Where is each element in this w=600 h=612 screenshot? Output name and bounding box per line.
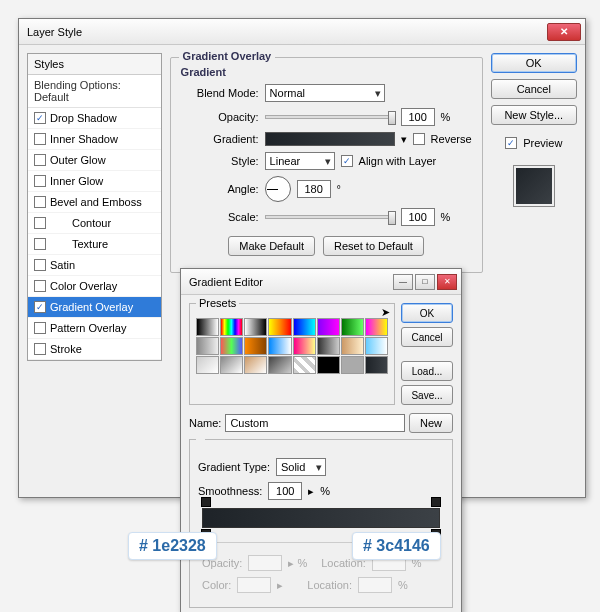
ge-load-button[interactable]: Load... [401, 361, 453, 381]
style-row-drop-shadow[interactable]: Drop Shadow [28, 108, 161, 129]
style-checkbox[interactable] [34, 322, 46, 334]
gradient-picker[interactable] [265, 132, 395, 146]
preset-swatch[interactable] [317, 318, 340, 336]
style-row-inner-glow[interactable]: Inner Glow [28, 171, 161, 192]
align-label: Align with Layer [359, 155, 437, 167]
style-row-inner-shadow[interactable]: Inner Shadow [28, 129, 161, 150]
reverse-checkbox[interactable] [413, 133, 425, 145]
preset-swatch[interactable] [341, 356, 364, 374]
preset-swatch[interactable] [293, 356, 316, 374]
style-checkbox[interactable] [34, 343, 46, 355]
gradient-bar[interactable] [202, 508, 440, 528]
preset-swatch[interactable] [268, 356, 291, 374]
style-checkbox[interactable] [34, 196, 46, 208]
preset-swatch[interactable] [365, 356, 388, 374]
preview-checkbox[interactable] [505, 137, 517, 149]
preset-swatch[interactable] [220, 356, 243, 374]
presets-menu-icon[interactable]: ➤ [381, 306, 390, 319]
style-row-satin[interactable]: Satin [28, 255, 161, 276]
preset-swatch[interactable] [196, 337, 219, 355]
preset-swatch[interactable] [220, 337, 243, 355]
opacity-stop-left[interactable] [201, 497, 211, 507]
style-label: Inner Shadow [50, 133, 118, 145]
style-row-contour[interactable]: Contour [28, 213, 161, 234]
reset-default-button[interactable]: Reset to Default [323, 236, 424, 256]
align-checkbox[interactable] [341, 155, 353, 167]
gradient-type-select[interactable]: Solid [276, 458, 326, 476]
gradient-type-label: Gradient Type: [198, 461, 270, 473]
maximize-icon[interactable]: □ [415, 274, 435, 290]
opacity-slider[interactable] [265, 115, 395, 119]
preset-swatch[interactable] [244, 337, 267, 355]
preset-swatch[interactable] [341, 337, 364, 355]
styles-list: Styles Blending Options: Default Drop Sh… [27, 53, 162, 361]
layer-style-titlebar[interactable]: Layer Style ✕ [19, 19, 585, 45]
style-row-stroke[interactable]: Stroke [28, 339, 161, 360]
blend-mode-select[interactable]: Normal [265, 84, 385, 102]
preset-swatch[interactable] [220, 318, 243, 336]
cancel-button[interactable]: Cancel [491, 79, 577, 99]
close-icon[interactable]: ✕ [547, 23, 581, 41]
stop-color-field [237, 577, 271, 593]
preset-swatch[interactable] [365, 337, 388, 355]
angle-value[interactable]: 180 [297, 180, 331, 198]
style-row-gradient-overlay[interactable]: Gradient Overlay [28, 297, 161, 318]
style-checkbox[interactable] [34, 301, 46, 313]
new-button[interactable]: New [409, 413, 453, 433]
style-row-outer-glow[interactable]: Outer Glow [28, 150, 161, 171]
style-checkbox[interactable] [34, 259, 46, 271]
style-row-pattern-overlay[interactable]: Pattern Overlay [28, 318, 161, 339]
preset-swatch[interactable] [317, 356, 340, 374]
close-icon[interactable]: ✕ [437, 274, 457, 290]
ge-save-button[interactable]: Save... [401, 385, 453, 405]
style-checkbox[interactable] [34, 175, 46, 187]
preset-swatch[interactable] [341, 318, 364, 336]
preset-swatch[interactable] [365, 318, 388, 336]
style-checkbox[interactable] [34, 112, 46, 124]
ok-button[interactable]: OK [491, 53, 577, 73]
style-label: Bevel and Emboss [50, 196, 142, 208]
group-title: Gradient Overlay [179, 50, 276, 62]
preset-swatch[interactable] [293, 318, 316, 336]
annotation-right: # 3c4146 [352, 532, 441, 560]
style-row-color-overlay[interactable]: Color Overlay [28, 276, 161, 297]
stop-location2-field [358, 577, 392, 593]
preset-swatch[interactable] [244, 318, 267, 336]
annotation-left: # 1e2328 [128, 532, 217, 560]
preset-swatch[interactable] [317, 337, 340, 355]
preset-swatch[interactable] [196, 356, 219, 374]
name-input[interactable] [225, 414, 405, 432]
style-label: Inner Glow [50, 175, 103, 187]
gradient-label: Gradient: [181, 133, 259, 145]
ge-cancel-button[interactable]: Cancel [401, 327, 453, 347]
style-checkbox[interactable] [34, 280, 46, 292]
scale-value[interactable]: 100 [401, 208, 435, 226]
preset-swatch[interactable] [196, 318, 219, 336]
make-default-button[interactable]: Make Default [228, 236, 315, 256]
style-row-bevel-and-emboss[interactable]: Bevel and Emboss [28, 192, 161, 213]
gradient-editor-titlebar[interactable]: Gradient Editor — □ ✕ [181, 269, 461, 295]
opacity-value[interactable]: 100 [401, 108, 435, 126]
style-row-texture[interactable]: Texture [28, 234, 161, 255]
style-label: Outer Glow [50, 154, 106, 166]
style-checkbox[interactable] [34, 154, 46, 166]
angle-dial[interactable] [265, 176, 291, 202]
styles-header[interactable]: Styles [28, 54, 161, 75]
preset-swatch[interactable] [293, 337, 316, 355]
smoothness-value[interactable]: 100 [268, 482, 302, 500]
opacity-stop-right[interactable] [431, 497, 441, 507]
style-select[interactable]: Linear [265, 152, 335, 170]
blending-options-row[interactable]: Blending Options: Default [28, 75, 161, 108]
new-style-button[interactable]: New Style... [491, 105, 577, 125]
scale-slider[interactable] [265, 215, 395, 219]
preview-label: Preview [523, 137, 562, 149]
minimize-icon[interactable]: — [393, 274, 413, 290]
style-checkbox[interactable] [34, 217, 46, 229]
preset-swatch[interactable] [268, 318, 291, 336]
style-checkbox[interactable] [34, 238, 46, 250]
ge-ok-button[interactable]: OK [401, 303, 453, 323]
preset-swatch[interactable] [268, 337, 291, 355]
style-label: Gradient Overlay [50, 301, 133, 313]
style-checkbox[interactable] [34, 133, 46, 145]
preset-swatch[interactable] [244, 356, 267, 374]
